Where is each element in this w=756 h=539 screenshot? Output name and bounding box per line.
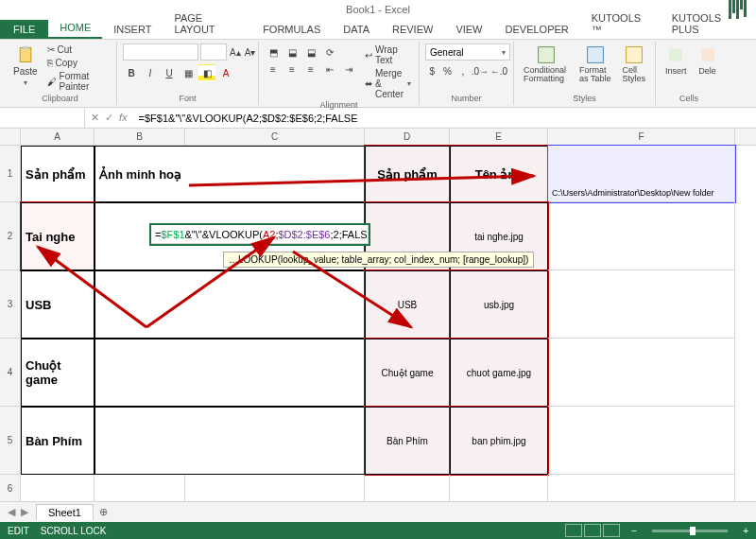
row-header-1[interactable]: 1 <box>0 146 20 202</box>
enter-button[interactable]: ✓ <box>105 112 113 124</box>
cell-d1[interactable]: Sản phẩm <box>365 146 450 202</box>
merge-center-button[interactable]: ⬌Merge & Center▾ <box>363 67 413 100</box>
accounting-button[interactable]: $ <box>425 62 438 79</box>
shrink-font-button[interactable]: A▾ <box>244 43 257 61</box>
name-box[interactable] <box>0 108 85 128</box>
indent-dec-button[interactable]: ⇤ <box>321 61 338 78</box>
number-format-select[interactable]: General▾ <box>425 43 510 61</box>
wrap-text-button[interactable]: ↩Wrap Text <box>363 43 413 66</box>
cell-e3[interactable]: usb.jpg <box>450 270 548 339</box>
zoom-slider[interactable] <box>652 530 728 532</box>
sheet-nav-next[interactable]: ▶ <box>21 506 28 518</box>
row-header-6[interactable]: 6 <box>0 475 20 501</box>
page-layout-view-button[interactable] <box>584 524 601 537</box>
cell-f2[interactable] <box>548 202 735 270</box>
cell-b1[interactable]: Ảnh minh hoạ <box>94 146 365 202</box>
tab-formulas[interactable]: FORMULAS <box>251 20 332 39</box>
tab-home[interactable]: HOME <box>48 18 102 39</box>
tab-insert[interactable]: INSERT <box>102 20 163 39</box>
inc-decimal-button[interactable]: .0→ <box>472 62 489 79</box>
cell-c2-editing[interactable]: =$F$1&"\"&VLOOKUP(A2;$D$2:$E$6;2;FALSE <box>151 225 369 244</box>
cell-b4[interactable] <box>94 339 365 407</box>
sheet-tab-1[interactable]: Sheet1 <box>36 504 94 520</box>
cell-e1[interactable]: Tên ảnh <box>450 146 548 202</box>
cell-b3[interactable] <box>94 270 365 339</box>
col-header-e[interactable]: E <box>450 129 548 145</box>
insert-cells-button[interactable]: Insert <box>662 43 691 94</box>
cell-d3[interactable]: USB <box>365 270 450 339</box>
cell-f6[interactable] <box>548 475 735 501</box>
col-header-d[interactable]: D <box>365 129 450 145</box>
align-bottom-button[interactable]: ⬓ <box>302 43 319 61</box>
row-header-5[interactable]: 5 <box>0 407 20 475</box>
cell-a1[interactable]: Sản phẩm <box>21 146 94 202</box>
insert-function-button[interactable]: fx <box>119 112 128 124</box>
col-header-a[interactable]: A <box>21 129 94 145</box>
format-as-table-button[interactable]: Format as Table <box>576 43 614 94</box>
paste-button[interactable]: Paste ▾ <box>9 43 42 94</box>
cell-a2[interactable]: Tai nghe <box>21 202 94 270</box>
cell-b5[interactable] <box>94 407 365 475</box>
italic-button[interactable]: I <box>142 64 159 81</box>
align-left-button[interactable]: ≡ <box>265 61 282 78</box>
font-color-button[interactable]: A <box>217 64 234 81</box>
cell-e5[interactable]: ban phim.jpg <box>450 407 548 475</box>
tab-data[interactable]: DATA <box>332 20 381 39</box>
indent-inc-button[interactable]: ⇥ <box>340 61 357 78</box>
sheet-nav-prev[interactable]: ◀ <box>8 506 15 518</box>
dec-decimal-button[interactable]: ←.0 <box>490 62 507 79</box>
tab-file[interactable]: FILE <box>0 20 48 39</box>
row-header-3[interactable]: 3 <box>0 270 20 339</box>
normal-view-button[interactable] <box>565 524 582 537</box>
cell-e4[interactable]: chuot game.jpg <box>450 339 548 407</box>
cell-C6[interactable] <box>185 475 365 501</box>
orientation-button[interactable]: ⟳ <box>321 43 338 61</box>
select-all-corner[interactable] <box>0 129 21 146</box>
border-button[interactable]: ▦ <box>180 64 197 81</box>
cell-D6[interactable] <box>365 475 450 501</box>
cell-styles-button[interactable]: Cell Styles <box>619 43 650 94</box>
cut-button[interactable]: ✂Cut <box>45 43 111 56</box>
align-right-button[interactable]: ≡ <box>302 61 319 78</box>
conditional-formatting-button[interactable]: Conditional Formatting <box>520 43 572 94</box>
tab-view[interactable]: VIEW <box>444 20 493 39</box>
fill-color-button[interactable]: ◧ <box>198 64 215 81</box>
align-middle-button[interactable]: ⬓ <box>284 43 301 61</box>
cell-B6[interactable] <box>94 475 185 501</box>
cell-A6[interactable] <box>21 475 94 501</box>
delete-cells-button[interactable]: Dele <box>695 43 721 94</box>
cell-d5[interactable]: Bàn Phím <box>365 407 450 475</box>
cell-f1[interactable]: C:\Users\Administrator\Desktop\New folde… <box>548 146 735 202</box>
zoom-out-button[interactable]: − <box>631 526 637 536</box>
tab-developer[interactable]: DEVELOPER <box>494 20 580 39</box>
cell-f3[interactable] <box>548 270 735 339</box>
font-size-input[interactable] <box>200 43 227 61</box>
cell-a3[interactable]: USB <box>21 270 94 339</box>
grow-font-button[interactable]: A▴ <box>229 43 242 61</box>
page-break-view-button[interactable] <box>603 524 620 537</box>
cell-a4[interactable]: Chuột game <box>21 339 94 407</box>
font-name-input[interactable] <box>123 43 198 61</box>
cell-d4[interactable]: Chuột game <box>365 339 450 407</box>
col-header-c[interactable]: C <box>185 129 365 145</box>
row-header-4[interactable]: 4 <box>0 339 20 407</box>
align-top-button[interactable]: ⬒ <box>265 43 282 61</box>
comma-button[interactable]: , <box>456 62 470 79</box>
format-painter-button[interactable]: 🖌Format Painter <box>45 70 111 93</box>
cell-f4[interactable] <box>548 339 735 407</box>
col-header-b[interactable]: B <box>94 129 185 145</box>
zoom-in-button[interactable]: + <box>743 526 748 536</box>
tab-kutools[interactable]: KUTOOLS ™ <box>580 9 661 39</box>
new-sheet-button[interactable]: ⊕ <box>94 506 113 518</box>
cancel-button[interactable]: ✕ <box>91 112 99 124</box>
bold-button[interactable]: B <box>123 64 140 81</box>
tab-review[interactable]: REVIEW <box>381 20 444 39</box>
tab-page-layout[interactable]: PAGE LAYOUT <box>163 9 251 39</box>
align-center-button[interactable]: ≡ <box>284 61 301 78</box>
cell-a5[interactable]: Bàn Phím <box>21 407 94 475</box>
copy-button[interactable]: ⎘Copy <box>45 57 111 69</box>
cell-f5[interactable] <box>548 407 735 475</box>
cell-E6[interactable] <box>450 475 548 501</box>
col-header-f[interactable]: F <box>548 129 735 145</box>
percent-button[interactable]: % <box>440 62 454 79</box>
